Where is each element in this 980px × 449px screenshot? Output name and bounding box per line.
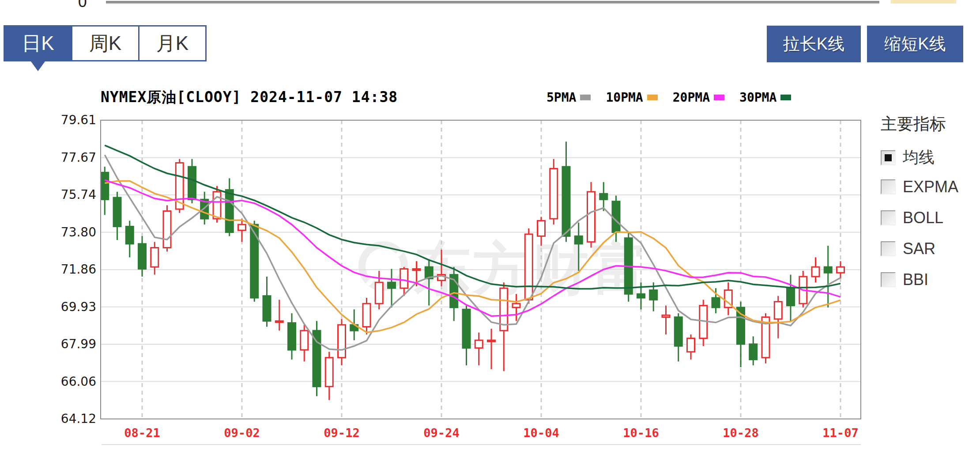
- candle-body: [787, 288, 795, 305]
- candle-body: [824, 267, 832, 273]
- candle-08-21[interactable]: [139, 236, 146, 277]
- indicator-item-sar[interactable]: SAR: [881, 240, 935, 258]
- checkbox-icon[interactable]: [881, 179, 896, 194]
- candle-body: [301, 331, 308, 350]
- candle-body: [288, 323, 296, 350]
- candle-body: [538, 221, 545, 236]
- candle-body: [575, 236, 582, 244]
- indicator-label: 均线: [903, 147, 935, 168]
- candle-body: [475, 340, 482, 348]
- candle-09-09[interactable]: [301, 325, 308, 361]
- candle-body: [226, 190, 233, 232]
- candle-09-05[interactable]: [275, 300, 283, 331]
- candle-10-31[interactable]: [774, 296, 782, 339]
- candle-body: [275, 321, 283, 322]
- candle-10-21[interactable]: [675, 313, 682, 361]
- candle-09-12[interactable]: [338, 319, 346, 365]
- indicator-label: SAR: [903, 240, 935, 258]
- indicator-sidebar: 主要指标 均线EXPMABOLLSARBBI: [881, 113, 980, 148]
- candle-body: [588, 192, 595, 242]
- candle-09-26[interactable]: [463, 305, 470, 365]
- candle-09-18[interactable]: [388, 269, 396, 307]
- candle-09-02[interactable]: [238, 219, 246, 242]
- candle-10-29[interactable]: [750, 336, 757, 365]
- candle-body: [650, 290, 657, 300]
- candle-08-30[interactable]: [226, 178, 233, 236]
- candle-body: [126, 226, 133, 244]
- candle-body: [463, 309, 470, 348]
- candle-body: [600, 194, 607, 199]
- candle-body: [400, 269, 408, 288]
- candle-body: [113, 198, 121, 226]
- candle-10-07[interactable]: [550, 159, 558, 224]
- indicator-label: BBI: [903, 270, 928, 289]
- checkbox-checked-icon[interactable]: [881, 150, 896, 165]
- indicator-item-boll[interactable]: BOLL: [881, 209, 943, 227]
- sidebar-title: 主要指标: [881, 113, 980, 135]
- candle-body: [151, 247, 158, 267]
- candle-body: [612, 202, 620, 232]
- candle-body: [338, 325, 346, 358]
- candle-body: [525, 234, 532, 300]
- candle-11-07[interactable]: [837, 261, 844, 278]
- candle-11-01[interactable]: [787, 275, 795, 321]
- candle-body: [550, 169, 558, 219]
- checkbox-icon[interactable]: [881, 210, 896, 225]
- candle-10-23[interactable]: [700, 300, 707, 346]
- candle-08-16[interactable]: [101, 167, 109, 215]
- candle-10-08[interactable]: [562, 141, 570, 242]
- checkbox-icon[interactable]: [881, 272, 896, 287]
- candle-body: [251, 224, 258, 298]
- candle-body: [363, 304, 370, 327]
- indicator-item-bbi[interactable]: BBI: [881, 270, 928, 289]
- candle-08-26[interactable]: [176, 159, 183, 213]
- candle-body: [325, 358, 333, 386]
- candle-10-30[interactable]: [762, 313, 769, 363]
- candle-body: [488, 340, 495, 342]
- candle-10-03[interactable]: [525, 228, 532, 304]
- candle-body: [687, 339, 695, 352]
- candle-10-01[interactable]: [500, 282, 508, 371]
- candle-body: [750, 344, 757, 360]
- candle-08-20[interactable]: [126, 221, 133, 257]
- candle-08-19[interactable]: [113, 192, 121, 240]
- candle-body: [413, 269, 420, 270]
- candle-body: [675, 317, 682, 346]
- candle-09-27[interactable]: [475, 332, 482, 365]
- indicator-label: EXPMA: [903, 178, 958, 196]
- indicator-item-均线[interactable]: 均线: [881, 147, 935, 168]
- candle-body: [213, 192, 221, 219]
- candle-body: [139, 244, 146, 269]
- candle-body: [774, 302, 782, 319]
- candle-body: [188, 167, 196, 199]
- checkbox-icon[interactable]: [881, 241, 896, 256]
- candle-body: [513, 304, 520, 308]
- candle-09-16[interactable]: [363, 298, 370, 335]
- candle-body: [837, 267, 844, 273]
- candle-09-04[interactable]: [263, 277, 271, 327]
- candle-body: [662, 315, 670, 317]
- candle-09-06[interactable]: [288, 313, 296, 360]
- candle-10-11[interactable]: [600, 182, 607, 211]
- candle-body: [263, 296, 271, 321]
- candle-body: [375, 282, 383, 304]
- candle-10-18[interactable]: [662, 305, 670, 334]
- candle-body: [388, 282, 396, 288]
- candle-09-30[interactable]: [488, 329, 495, 369]
- checkmark-icon: [885, 154, 892, 161]
- candle-10-22[interactable]: [687, 335, 695, 360]
- candle-09-11[interactable]: [325, 352, 333, 400]
- candlestick-chart[interactable]: 东方财富: [0, 0, 980, 449]
- candle-10-25[interactable]: [724, 282, 732, 315]
- candle-body: [101, 172, 109, 199]
- candle-body: [712, 298, 720, 308]
- candle-11-06[interactable]: [824, 246, 832, 308]
- candle-11-05[interactable]: [812, 257, 819, 282]
- kline-chart-screen: 0 日K 周K 月K 拉长K线 缩短K线 NYMEX原油[CLOOY] 2024…: [0, 0, 980, 449]
- candle-body: [238, 224, 246, 230]
- candle-08-23[interactable]: [163, 205, 171, 251]
- candle-09-10[interactable]: [313, 321, 320, 396]
- candle-body: [637, 294, 645, 298]
- candle-body: [163, 211, 171, 248]
- indicator-item-expma[interactable]: EXPMA: [881, 178, 958, 196]
